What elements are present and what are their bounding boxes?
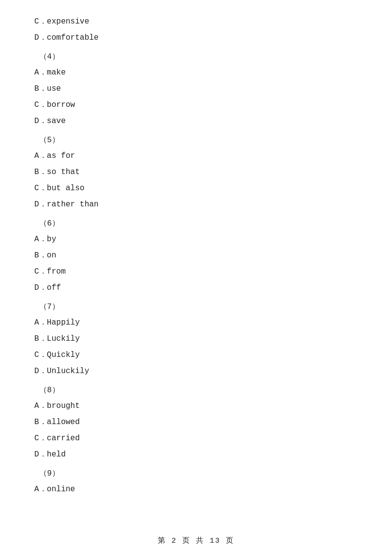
item-a-online: A．online: [34, 482, 358, 497]
item-d-off: D．off: [34, 281, 358, 295]
item-a-happily: A．Happily: [34, 316, 358, 330]
item-d-comfortable: D．comfortable: [34, 31, 358, 45]
item-a-brought: A．brought: [34, 399, 358, 413]
question-7-number: （7）: [34, 300, 358, 314]
question-8-number: （8）: [34, 383, 358, 398]
item-b-on: B．on: [34, 249, 358, 263]
item-b-so-that: B．so that: [34, 165, 358, 179]
question-5-number: （5）: [34, 133, 358, 148]
item-c-from: C．from: [34, 265, 358, 279]
item-b-luckily: B．Luckily: [34, 332, 358, 346]
item-b-allowed: B．allowed: [34, 415, 358, 429]
question-4-number: （4）: [34, 50, 358, 64]
page-footer: 第 2 页 共 13 页: [0, 536, 392, 545]
item-c-borrow: C．borrow: [34, 98, 358, 112]
item-d-rather-than: D．rather than: [34, 198, 358, 212]
item-c-carried: C．carried: [34, 431, 358, 446]
item-c-but-also: C．but also: [34, 181, 358, 196]
item-d-held: D．held: [34, 448, 358, 462]
item-d-save: D．save: [34, 114, 358, 128]
item-c-quickly: C．Quickly: [34, 348, 358, 362]
item-b-use: B．use: [34, 82, 358, 96]
item-c-expensive: C．expensive: [34, 15, 358, 29]
item-a-make: A．make: [34, 66, 358, 80]
item-a-as-for: A．as for: [34, 149, 358, 163]
item-a-by: A．by: [34, 232, 358, 247]
page-content: C．expensive D．comfortable （4） A．make B．u…: [0, 0, 392, 528]
question-6-number: （6）: [34, 217, 358, 231]
question-9-number: （9）: [34, 467, 358, 481]
item-d-unluckily: D．Unluckily: [34, 364, 358, 378]
